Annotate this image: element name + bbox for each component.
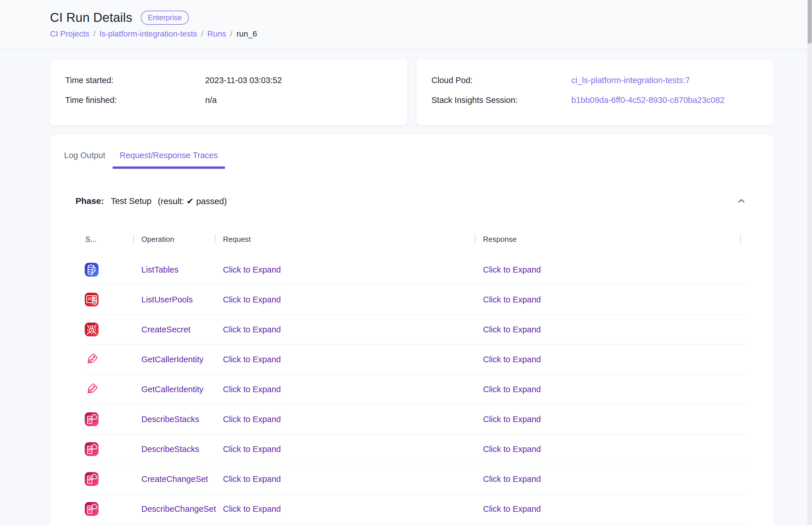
- secrets-manager-icon: [85, 322, 98, 336]
- scrollbar-thumb[interactable]: [808, 0, 812, 44]
- page-scrollbar[interactable]: [808, 0, 812, 525]
- breadcrumb-current: run_6: [236, 29, 257, 39]
- phase-name: Test Setup: [111, 196, 152, 206]
- response-expand-link[interactable]: Click to Expand: [483, 325, 541, 334]
- breadcrumb-separator: /: [230, 29, 232, 39]
- operation-link[interactable]: DescribeStacks: [141, 415, 199, 424]
- cloudformation-icon: [85, 412, 98, 426]
- column-header: Response: [475, 234, 741, 244]
- field-value-link[interactable]: b1bb09da-6ff0-4c52-8930-c870ba23c082: [572, 95, 725, 105]
- breadcrumb-separator: /: [93, 29, 96, 39]
- summary-row: Time finished:n/a: [65, 95, 396, 105]
- request-expand-link[interactable]: Click to Expand: [223, 265, 281, 274]
- request-expand-link[interactable]: Click to Expand: [223, 385, 281, 394]
- field-label: Time started:: [65, 76, 205, 85]
- table-row: DescribeStacksClick to ExpandClick to Ex…: [84, 405, 746, 434]
- run-links-card: Cloud Pod:ci_ls-platform-integration-tes…: [416, 59, 774, 125]
- table-header-row: S...OperationRequestResponse: [84, 234, 746, 244]
- column-header: S...: [84, 234, 134, 244]
- response-expand-link[interactable]: Click to Expand: [483, 265, 541, 274]
- breadcrumb: CI Projects/ls-platform-integration-test…: [50, 29, 812, 39]
- operation-link[interactable]: DescribeStacks: [141, 445, 199, 454]
- dynamodb-icon: [85, 263, 98, 276]
- response-expand-link[interactable]: Click to Expand: [483, 385, 541, 394]
- response-expand-link[interactable]: Click to Expand: [483, 445, 541, 454]
- summary-row: Cloud Pod:ci_ls-platform-integration-tes…: [432, 76, 762, 85]
- response-expand-link[interactable]: Click to Expand: [483, 504, 541, 513]
- traces-card: Log OutputRequest/Response Traces Phase:…: [50, 134, 774, 525]
- cloudformation-icon: [85, 442, 98, 456]
- column-header: Request: [216, 234, 475, 244]
- request-expand-link[interactable]: Click to Expand: [223, 415, 281, 424]
- page-header: CI Run Details Enterprise CI Projects/ls…: [0, 0, 812, 49]
- tabs: Log OutputRequest/Response Traces: [57, 150, 774, 169]
- request-expand-link[interactable]: Click to Expand: [223, 445, 281, 454]
- table-row: DescribeStacksClick to ExpandClick to Ex…: [84, 434, 746, 464]
- response-expand-link[interactable]: Click to Expand: [483, 415, 541, 424]
- request-expand-link[interactable]: Click to Expand: [223, 504, 281, 513]
- breadcrumb-link[interactable]: ls-platform-integration-tests: [100, 29, 197, 39]
- summary-row: Stack Insights Session:b1bb09da-6ff0-4c5…: [432, 95, 762, 105]
- breadcrumb-separator: /: [201, 29, 203, 39]
- table-row: DescribeChangeSetClick to ExpandClick to…: [84, 494, 746, 524]
- collapse-phase-button[interactable]: [735, 195, 748, 207]
- response-expand-link[interactable]: Click to Expand: [483, 475, 541, 484]
- request-expand-link[interactable]: Click to Expand: [223, 355, 281, 364]
- phase-label: Phase:: [76, 196, 104, 206]
- operation-link[interactable]: CreateSecret: [141, 325, 190, 334]
- phase-header: Phase: Test Setup (result: ✔ passed): [76, 195, 748, 207]
- request-expand-link[interactable]: Click to Expand: [223, 295, 281, 304]
- column-header: Operation: [134, 234, 216, 244]
- response-expand-link[interactable]: Click to Expand: [483, 295, 541, 304]
- cloudformation-icon: [85, 472, 98, 486]
- phase-result: (result: ✔ passed): [158, 196, 227, 206]
- breadcrumb-link[interactable]: CI Projects: [50, 29, 89, 39]
- operation-link[interactable]: CreateChangeSet: [141, 475, 208, 484]
- enterprise-badge: Enterprise: [141, 11, 189, 25]
- table-row: ListUserPoolsClick to ExpandClick to Exp…: [84, 285, 746, 315]
- request-expand-link[interactable]: Click to Expand: [223, 325, 281, 334]
- operation-link[interactable]: ListUserPools: [141, 295, 193, 304]
- operation-link[interactable]: DescribeChangeSet: [141, 504, 216, 513]
- cognito-icon: [85, 293, 98, 306]
- operation-link[interactable]: ListTables: [141, 265, 178, 274]
- trace-table: S...OperationRequestResponse ListTablesC…: [84, 234, 746, 524]
- table-row: CreateChangeSetClick to ExpandClick to E…: [84, 464, 746, 494]
- run-times-card: Time started:2023-11-03 03:03:52Time fin…: [50, 59, 407, 125]
- chevron-up-icon: [736, 196, 747, 206]
- tab-log-output[interactable]: Log Output: [57, 150, 113, 169]
- field-label: Cloud Pod:: [432, 76, 572, 85]
- field-label: Stack Insights Session:: [432, 95, 572, 105]
- request-expand-link[interactable]: Click to Expand: [223, 475, 281, 484]
- sts-tag-key-icon: [85, 352, 98, 366]
- operation-link[interactable]: GetCallerIdentity: [141, 385, 203, 394]
- breadcrumb-link[interactable]: Runs: [207, 29, 226, 39]
- table-row: GetCallerIdentityClick to ExpandClick to…: [84, 345, 746, 375]
- table-row: CreateSecretClick to ExpandClick to Expa…: [84, 315, 746, 345]
- sts-tag-key-icon: [85, 382, 98, 396]
- page-title: CI Run Details: [50, 10, 132, 25]
- field-value: n/a: [205, 95, 217, 105]
- field-value: 2023-11-03 03:03:52: [205, 76, 282, 85]
- tab-request-response-traces[interactable]: Request/Response Traces: [113, 150, 225, 169]
- field-label: Time finished:: [65, 95, 205, 105]
- response-expand-link[interactable]: Click to Expand: [483, 355, 541, 364]
- operation-link[interactable]: GetCallerIdentity: [141, 355, 203, 364]
- summary-row: Time started:2023-11-03 03:03:52: [65, 76, 396, 85]
- cloudformation-icon: [85, 502, 98, 516]
- table-row: GetCallerIdentityClick to ExpandClick to…: [84, 375, 746, 405]
- table-row: ListTablesClick to ExpandClick to Expand: [84, 255, 746, 285]
- field-value-link[interactable]: ci_ls-platform-integration-tests:7: [572, 76, 690, 85]
